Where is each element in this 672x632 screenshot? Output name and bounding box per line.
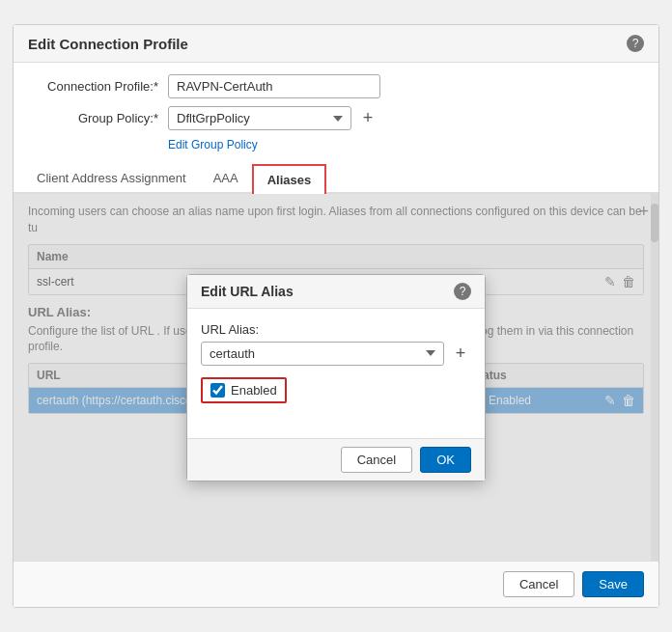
group-policy-select[interactable]: DfltGrpPolicy: [168, 106, 351, 130]
group-policy-add-button[interactable]: +: [357, 108, 378, 129]
header-help-icon[interactable]: ?: [627, 35, 644, 52]
footer-cancel-button[interactable]: Cancel: [503, 571, 574, 597]
group-policy-label: Group Policy:*: [33, 111, 168, 125]
modal-ok-button[interactable]: OK: [420, 447, 471, 473]
group-policy-select-container: DfltGrpPolicy +: [168, 106, 378, 130]
edit-group-policy-link[interactable]: Edit Group Policy: [168, 138, 639, 151]
enabled-checkbox-label[interactable]: Enabled: [201, 377, 287, 403]
enabled-checkbox[interactable]: [210, 383, 225, 398]
connection-profile-input[interactable]: [168, 74, 380, 98]
modal-cancel-button[interactable]: Cancel: [341, 447, 412, 473]
url-alias-field-label: URL Alias:: [201, 322, 471, 337]
modal-footer: Cancel OK: [187, 438, 485, 481]
tabs-container: Client Address Assignment AAA Aliases: [14, 164, 658, 194]
enabled-label: Enabled: [231, 383, 277, 398]
connection-profile-label: Connection Profile:*: [33, 79, 168, 94]
form-section: Connection Profile:* Group Policy:* Dflt…: [14, 63, 658, 164]
enabled-checkbox-container: Enabled: [201, 377, 471, 417]
tab-client-address-assignment[interactable]: Client Address Assignment: [23, 164, 200, 192]
url-alias-select[interactable]: certauth: [201, 342, 444, 366]
edit-url-alias-modal: Edit URL Alias ? URL Alias: certauth +: [186, 274, 486, 481]
panel-header: Edit Connection Profile ?: [14, 25, 658, 63]
footer-save-button[interactable]: Save: [582, 571, 644, 597]
group-policy-row: Group Policy:* DfltGrpPolicy +: [33, 106, 639, 130]
modal-add-url-button[interactable]: +: [450, 343, 471, 364]
modal-header: Edit URL Alias ?: [187, 275, 485, 309]
modal-title: Edit URL Alias: [201, 284, 294, 299]
modal-body: URL Alias: certauth + Enabled: [187, 309, 485, 438]
modal-select-row: certauth +: [201, 342, 471, 366]
panel-title: Edit Connection Profile: [28, 36, 188, 52]
modal-help-icon[interactable]: ?: [454, 283, 471, 300]
content-area: + Incoming users can choose an alias nam…: [14, 194, 658, 561]
panel-footer: Cancel Save: [14, 561, 658, 607]
connection-profile-row: Connection Profile:*: [33, 74, 639, 98]
tab-aliases[interactable]: Aliases: [252, 164, 327, 194]
modal-overlay: Edit URL Alias ? URL Alias: certauth +: [14, 194, 658, 561]
tab-aaa[interactable]: AAA: [200, 164, 252, 192]
